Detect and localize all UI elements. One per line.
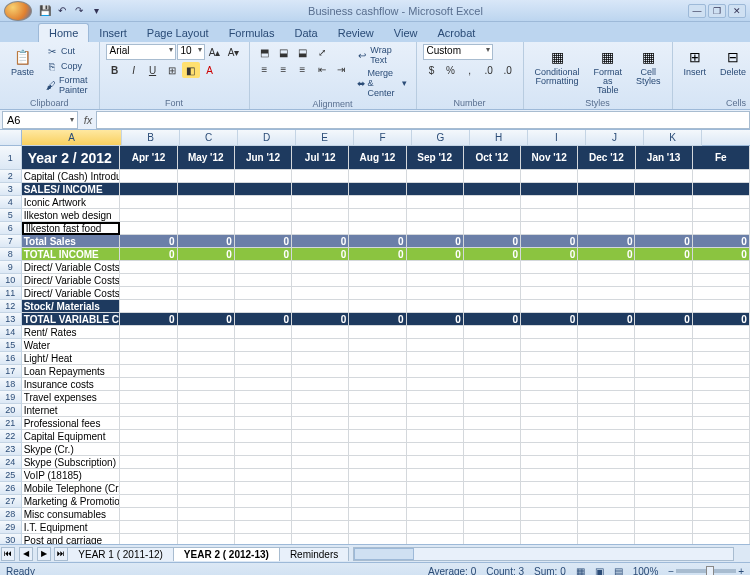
name-box[interactable]: A6: [2, 111, 78, 129]
cell[interactable]: [407, 183, 464, 196]
cell[interactable]: [464, 300, 521, 313]
cell[interactable]: [349, 170, 406, 183]
cell[interactable]: [464, 222, 521, 235]
cell[interactable]: [292, 378, 349, 391]
cell[interactable]: [635, 417, 692, 430]
cell[interactable]: [464, 352, 521, 365]
cell[interactable]: [578, 196, 635, 209]
cell[interactable]: [578, 495, 635, 508]
cell[interactable]: [292, 430, 349, 443]
cell[interactable]: [635, 339, 692, 352]
cell[interactable]: [521, 417, 578, 430]
row-header[interactable]: 4: [0, 196, 22, 209]
cell[interactable]: [292, 456, 349, 469]
cell[interactable]: [349, 326, 406, 339]
cell[interactable]: 0: [578, 248, 635, 261]
cell[interactable]: 0: [464, 313, 521, 326]
cell[interactable]: [635, 430, 692, 443]
cell[interactable]: [521, 430, 578, 443]
cell[interactable]: Loan Repayments: [22, 365, 121, 378]
row-header[interactable]: 6: [0, 222, 22, 235]
cell[interactable]: [235, 274, 292, 287]
comma-button[interactable]: ,: [461, 62, 479, 78]
cell[interactable]: [521, 183, 578, 196]
cell[interactable]: [407, 482, 464, 495]
cell[interactable]: [578, 274, 635, 287]
cell[interactable]: [120, 196, 177, 209]
cell[interactable]: [407, 365, 464, 378]
cell[interactable]: [235, 352, 292, 365]
cell[interactable]: [178, 222, 235, 235]
cell[interactable]: Rent/ Rates: [22, 326, 121, 339]
cell[interactable]: [349, 300, 406, 313]
cell[interactable]: [235, 521, 292, 534]
cell[interactable]: [120, 508, 177, 521]
cell[interactable]: [521, 482, 578, 495]
cell[interactable]: [292, 482, 349, 495]
cell[interactable]: [120, 170, 177, 183]
accounting-button[interactable]: $: [423, 62, 441, 78]
cell[interactable]: [292, 365, 349, 378]
cell[interactable]: [407, 508, 464, 521]
cell[interactable]: [349, 391, 406, 404]
cell[interactable]: [578, 365, 635, 378]
cell[interactable]: [693, 430, 750, 443]
cell[interactable]: VoIP (18185): [22, 469, 121, 482]
cell[interactable]: [521, 196, 578, 209]
cell[interactable]: [464, 521, 521, 534]
cell[interactable]: [235, 365, 292, 378]
cell[interactable]: [120, 274, 177, 287]
cell[interactable]: [178, 430, 235, 443]
cell[interactable]: 0: [349, 313, 406, 326]
cell[interactable]: [178, 274, 235, 287]
cell[interactable]: Sep '12: [407, 146, 464, 170]
cell[interactable]: [578, 417, 635, 430]
cell[interactable]: [292, 469, 349, 482]
underline-button[interactable]: U: [144, 62, 162, 78]
row-header[interactable]: 9: [0, 261, 22, 274]
cell[interactable]: [235, 183, 292, 196]
cell[interactable]: [635, 469, 692, 482]
cell[interactable]: [578, 508, 635, 521]
row-header[interactable]: 5: [0, 209, 22, 222]
cell[interactable]: Oct '12: [464, 146, 521, 170]
cell[interactable]: [693, 482, 750, 495]
cell[interactable]: [693, 534, 750, 544]
cell[interactable]: 0: [292, 248, 349, 261]
cell[interactable]: [578, 287, 635, 300]
cell[interactable]: [464, 183, 521, 196]
cell[interactable]: [693, 365, 750, 378]
cell[interactable]: [120, 183, 177, 196]
cell[interactable]: [521, 443, 578, 456]
cell[interactable]: [693, 209, 750, 222]
cell[interactable]: [235, 378, 292, 391]
cell[interactable]: [292, 222, 349, 235]
cell[interactable]: [235, 456, 292, 469]
row-header[interactable]: 14: [0, 326, 22, 339]
cell[interactable]: [521, 469, 578, 482]
cell[interactable]: Light/ Heat: [22, 352, 121, 365]
cell[interactable]: [521, 300, 578, 313]
cell[interactable]: 0: [464, 248, 521, 261]
cell[interactable]: [635, 482, 692, 495]
cell[interactable]: 0: [120, 235, 177, 248]
cell[interactable]: [693, 352, 750, 365]
increase-decimal-button[interactable]: .0: [480, 62, 498, 78]
cell[interactable]: [635, 456, 692, 469]
cell[interactable]: [693, 339, 750, 352]
align-center-button[interactable]: ≡: [275, 61, 293, 77]
cell[interactable]: [521, 456, 578, 469]
align-top-button[interactable]: ⬒: [256, 44, 274, 60]
cut-button[interactable]: ✂Cut: [43, 44, 93, 58]
cell[interactable]: [349, 365, 406, 378]
cell[interactable]: [407, 326, 464, 339]
cell[interactable]: [235, 404, 292, 417]
spreadsheet-grid[interactable]: ABCDEFGHIJK 1Year 2 / 2012Apr '12May '12…: [0, 130, 750, 544]
cell[interactable]: [235, 495, 292, 508]
view-normal-icon[interactable]: ▦: [576, 566, 585, 576]
cell[interactable]: [521, 391, 578, 404]
format-as-table-button[interactable]: ▦Format as Table: [589, 44, 628, 98]
cell[interactable]: Skype (Subscription): [22, 456, 121, 469]
cell[interactable]: [349, 222, 406, 235]
cell[interactable]: 0: [521, 313, 578, 326]
